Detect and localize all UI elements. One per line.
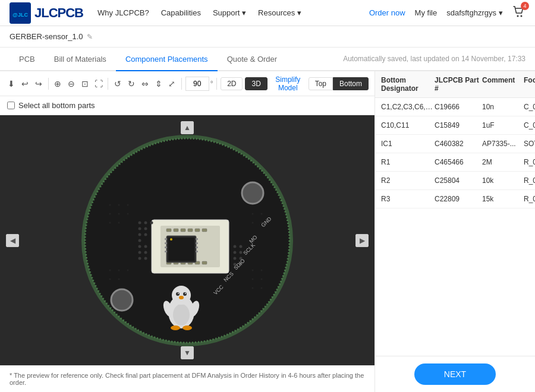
cell-footprint-0: C_0603_... (524, 103, 535, 111)
svg-point-45 (139, 257, 141, 260)
cart-button[interactable]: 4 (512, 5, 525, 20)
svg-point-48 (240, 245, 243, 248)
nav-arrow-right[interactable]: ▶ (355, 234, 369, 247)
top-btn[interactable]: Top (309, 77, 333, 90)
table-header: Bottom Designator JLCPCB Part # Comment … (375, 71, 535, 98)
nav-resources[interactable]: Resources ▾ (258, 8, 301, 17)
download-btn[interactable]: ⬇ (6, 75, 17, 92)
simplify-btn[interactable]: Simplify Model (272, 75, 304, 92)
nav-capabilities[interactable]: Capabilities (161, 8, 201, 17)
svg-rect-12 (181, 229, 185, 232)
svg-point-42 (144, 245, 147, 248)
svg-point-39 (144, 233, 147, 236)
svg-point-82 (109, 269, 111, 271)
flip-v-btn[interactable]: ⇕ (153, 75, 164, 92)
view-3d-btn[interactable]: 3D (245, 77, 267, 90)
svg-point-78 (118, 213, 120, 214)
svg-rect-11 (174, 229, 178, 232)
nav-support[interactable]: Support ▾ (213, 8, 246, 17)
undo-btn[interactable]: ↩ (20, 75, 31, 92)
tab-bom[interactable]: Bill of Materials (45, 48, 116, 71)
cell-comment-2: AP7335-... (482, 140, 524, 148)
table-row[interactable]: C10,C11 C15849 1uF C_0603_... (375, 116, 535, 135)
tab-quote-order[interactable]: Quote & Order (218, 48, 287, 71)
flip-h-btn[interactable]: ⇔ (139, 75, 150, 92)
svg-point-36 (139, 227, 141, 230)
svg-point-88 (261, 269, 263, 271)
svg-point-40 (139, 239, 141, 242)
svg-point-64 (176, 292, 180, 296)
cell-comment-5: 15k (482, 195, 524, 203)
table-row[interactable]: IC1 C460382 AP7335-... SOT-23-5... (375, 135, 535, 153)
svg-rect-24 (165, 238, 167, 240)
select-all-checkbox[interactable] (7, 102, 15, 109)
svg-rect-13 (188, 229, 193, 232)
fullscreen-btn[interactable]: ⛶ (93, 75, 104, 92)
svg-point-77 (109, 213, 111, 214)
my-file-link[interactable]: My file (415, 8, 438, 17)
cell-footprint-1: C_0603_... (524, 121, 535, 129)
order-now-link[interactable]: Order now (369, 8, 405, 17)
table-row[interactable]: R3 C22809 15k R_0603_... (375, 190, 535, 208)
svg-rect-15 (202, 229, 207, 232)
svg-point-33 (139, 221, 141, 224)
zoom-in-btn[interactable]: ⊕ (52, 75, 64, 92)
svg-point-63 (172, 286, 191, 305)
user-menu[interactable]: sdafsftghzrgys ▾ (446, 8, 503, 17)
svg-rect-14 (195, 229, 200, 232)
tab-pcb[interactable]: PCB (10, 48, 45, 71)
bottom-btn[interactable]: Bottom (333, 77, 369, 90)
zoom-out-btn[interactable]: ⊖ (66, 75, 77, 92)
nav-arrow-up[interactable]: ▲ (181, 121, 194, 134)
select-all-label[interactable]: Select all bottom parts (7, 101, 95, 110)
cell-designator-2: IC1 (381, 140, 435, 148)
rotate-left-btn[interactable]: ↺ (112, 75, 123, 92)
svg-text:@JLC: @JLC (12, 12, 28, 18)
nav-why[interactable]: Why JLCPCB? (97, 8, 149, 17)
next-button[interactable]: NEXT (414, 363, 496, 385)
cell-designator-3: R1 (381, 158, 435, 166)
nav-arrow-left[interactable]: ◀ (6, 234, 19, 247)
table-row[interactable]: C1,C2,C3,C6,C7,... C19666 10n C_0603_... (375, 98, 535, 116)
svg-point-95 (252, 213, 254, 214)
table-body: C1,C2,C3,C6,C7,... C19666 10n C_0603_...… (375, 98, 535, 227)
fit-btn[interactable]: ⊡ (80, 75, 91, 92)
svg-point-51 (234, 257, 237, 260)
cell-part-3: C465466 (435, 158, 482, 166)
sep2 (108, 78, 108, 90)
bottom-note: * The preview for reference only. Check … (0, 365, 374, 392)
table-row[interactable]: R1 C465466 2M R_0603_... (375, 153, 535, 172)
edit-icon[interactable]: ✎ (87, 33, 93, 41)
rotate-right-btn[interactable]: ↻ (125, 75, 137, 92)
pcb-board-svg: // dots rendered inline below via patter… (74, 128, 300, 353)
svg-point-87 (252, 269, 254, 271)
sep4 (216, 78, 217, 90)
logo[interactable]: @JLC JLCPCB (10, 2, 83, 24)
view-2d-btn[interactable]: 2D (221, 77, 243, 90)
svg-point-71 (171, 325, 180, 330)
svg-point-83 (118, 269, 120, 271)
svg-point-92 (261, 287, 263, 289)
mirror-btn[interactable]: ⤢ (166, 75, 178, 92)
zoom-input[interactable]: 90 (185, 77, 209, 91)
svg-rect-25 (165, 242, 167, 244)
cell-comment-3: 2M (482, 158, 524, 166)
svg-point-46 (144, 257, 147, 260)
svg-point-65 (183, 292, 187, 296)
cell-part-4: C25804 (435, 176, 482, 185)
svg-point-67 (185, 293, 186, 294)
svg-point-79 (127, 213, 129, 214)
next-btn-wrap: NEXT (375, 356, 535, 392)
nav-arrow-down[interactable]: ▼ (181, 346, 194, 359)
table-row[interactable]: R2 C25804 10k R_0603_... (375, 172, 535, 190)
pcb-canvas: ▲ ◀ ▶ ▼ // dots rendered inline below vi… (0, 115, 374, 365)
logo-icon: @JLC (10, 2, 31, 24)
svg-point-6 (111, 289, 133, 311)
toolbar: ⬇ ↩ ↪ ⊕ ⊖ ⊡ ⛶ ↺ ↻ ⇔ ⇕ ⤢ 90 ° 2D 3D Simpl… (0, 71, 374, 96)
svg-point-81 (118, 222, 120, 223)
svg-point-80 (109, 222, 111, 223)
svg-point-72 (182, 325, 192, 330)
redo-btn[interactable]: ↪ (33, 75, 45, 92)
tab-component-placements[interactable]: Component Placements (116, 48, 218, 71)
right-panel: Bottom Designator JLCPCB Part # Comment … (374, 71, 535, 392)
